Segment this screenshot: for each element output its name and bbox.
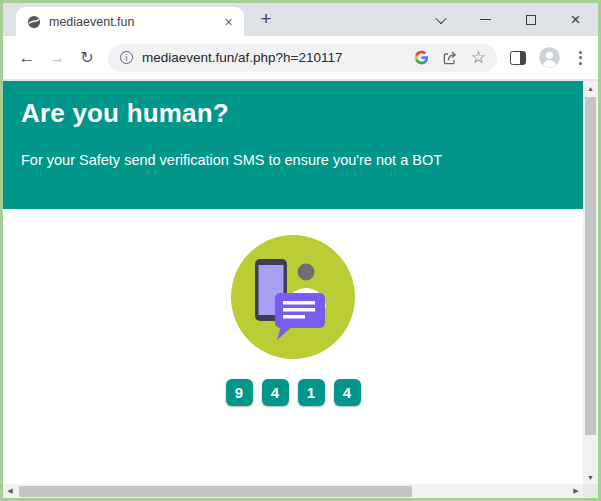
window-controls: × bbox=[418, 3, 598, 36]
tab-close-icon[interactable]: × bbox=[220, 13, 237, 30]
horizontal-scrollbar-thumb[interactable] bbox=[19, 486, 412, 497]
site-info-icon[interactable]: i bbox=[120, 51, 133, 64]
scroll-up-icon[interactable]: ▲ bbox=[583, 81, 598, 95]
profile-avatar[interactable] bbox=[539, 47, 560, 68]
scroll-down-icon[interactable]: ▼ bbox=[583, 470, 598, 484]
forward-button[interactable]: → bbox=[42, 43, 72, 73]
url-text: mediaevent.fun/af.php?h=210117 bbox=[142, 50, 401, 65]
address-bar[interactable]: i mediaevent.fun/af.php?h=210117 ☆ bbox=[108, 44, 497, 72]
horizontal-scrollbar[interactable]: ◀ ▶ bbox=[3, 484, 583, 498]
scroll-right-icon[interactable]: ▶ bbox=[569, 484, 583, 498]
code-digit-button[interactable]: 4 bbox=[334, 379, 361, 406]
page-title: Are you human? bbox=[21, 98, 563, 129]
person-icon bbox=[539, 47, 560, 68]
scrollbar-corner bbox=[583, 484, 598, 498]
browser-toolbar: ← → ↻ i mediaevent.fun/af.php?h=210117 bbox=[3, 36, 598, 81]
code-digit-button[interactable]: 1 bbox=[298, 379, 325, 406]
sms-code-buttons: 9 4 1 4 bbox=[226, 379, 361, 406]
vertical-scrollbar-thumb[interactable] bbox=[585, 97, 596, 435]
maximize-icon bbox=[526, 15, 536, 25]
sms-illustration bbox=[231, 235, 355, 359]
tab-search-button[interactable] bbox=[418, 3, 463, 36]
google-logo-icon[interactable] bbox=[414, 50, 429, 65]
page-viewport: Are you human? For your Safety send veri… bbox=[3, 81, 583, 484]
toolbar-right-icons bbox=[510, 47, 588, 69]
page-content: Are you human? For your Safety send veri… bbox=[3, 81, 598, 498]
share-icon[interactable] bbox=[442, 50, 458, 66]
code-digit-button[interactable]: 4 bbox=[262, 379, 289, 406]
bookmark-star-icon[interactable]: ☆ bbox=[471, 49, 486, 66]
reload-button[interactable]: ↻ bbox=[72, 43, 102, 73]
browser-window: mediaevent.fun × + × ← → ↻ i mediaevent.… bbox=[0, 0, 601, 501]
vertical-scrollbar[interactable]: ▲ ▼ bbox=[583, 81, 598, 484]
new-tab-button[interactable]: + bbox=[253, 6, 279, 32]
menu-kebab-icon[interactable] bbox=[573, 47, 588, 69]
tab-title: mediaevent.fun bbox=[49, 15, 220, 29]
close-icon: × bbox=[571, 11, 581, 28]
scroll-left-icon[interactable]: ◀ bbox=[3, 484, 17, 498]
tab-strip: mediaevent.fun × + × bbox=[3, 3, 598, 36]
minimize-button[interactable] bbox=[463, 3, 508, 36]
verification-content: 9 4 1 4 bbox=[3, 209, 583, 406]
side-panel-icon[interactable] bbox=[510, 51, 526, 65]
minimize-icon bbox=[480, 19, 491, 20]
page-subtitle: For your Safety send verification SMS to… bbox=[21, 152, 563, 168]
chevron-down-icon bbox=[435, 12, 446, 23]
close-button[interactable]: × bbox=[553, 3, 598, 36]
browser-tab[interactable]: mediaevent.fun × bbox=[16, 7, 244, 36]
back-button[interactable]: ← bbox=[12, 43, 42, 73]
globe-favicon-icon bbox=[27, 15, 41, 29]
maximize-button[interactable] bbox=[508, 3, 553, 36]
code-digit-button[interactable]: 9 bbox=[226, 379, 253, 406]
hero-banner: Are you human? For your Safety send veri… bbox=[3, 81, 583, 209]
